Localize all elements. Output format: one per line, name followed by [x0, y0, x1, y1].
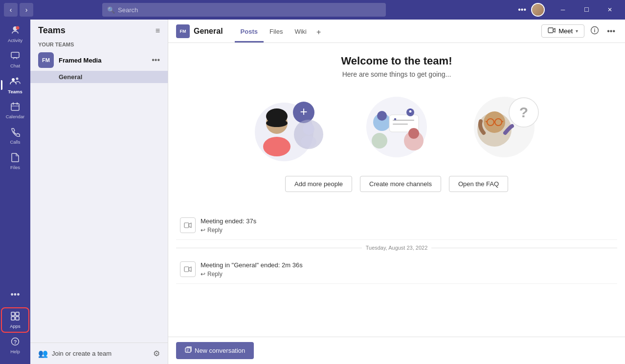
- welcome-section: Welcome to the team! Here are some thing…: [168, 43, 625, 212]
- channel-team-avatar: FM: [176, 24, 190, 38]
- sidebar-item-teams-label: Teams: [8, 89, 22, 94]
- add-more-people-button[interactable]: Add more people: [285, 176, 352, 192]
- sidebar-item-files[interactable]: Files: [1, 149, 29, 174]
- illus-faq: ?: [460, 88, 548, 166]
- create-more-channels-button[interactable]: Create more channels: [360, 176, 441, 192]
- teams-settings-button[interactable]: ⚙: [153, 349, 160, 358]
- svg-text:?: ?: [14, 339, 17, 345]
- svg-point-3: [16, 78, 19, 80]
- svg-text:i: i: [594, 28, 596, 33]
- tab-posts[interactable]: Posts: [235, 21, 264, 43]
- faq-illustration: ?: [460, 88, 548, 166]
- help-icon: ?: [10, 337, 20, 348]
- new-conversation-button[interactable]: New conversation: [176, 342, 254, 359]
- message-item: Meeting ended: 37s ↩ Reply: [176, 212, 617, 240]
- sidebar-item-calendar[interactable]: Calendar: [1, 98, 29, 123]
- meet-button[interactable]: Meet ▾: [541, 24, 584, 38]
- sidebar: Activity Chat Teams: [0, 20, 30, 364]
- teams-panel: Teams ≡ Your teams FM Framed Media ••• G…: [30, 20, 168, 364]
- sidebar-item-help[interactable]: ? Help: [1, 333, 29, 358]
- sidebar-item-files-label: Files: [10, 165, 20, 170]
- svg-point-2: [12, 78, 15, 81]
- sidebar-bottom: ••• Apps ?: [1, 282, 29, 362]
- sidebar-item-chat-label: Chat: [10, 63, 20, 68]
- channel-name-general: General: [59, 73, 82, 81]
- sidebar-item-activity[interactable]: Activity: [1, 21, 29, 47]
- team-avatar-fm: FM: [38, 52, 54, 68]
- svg-rect-14: [548, 28, 553, 33]
- date-label: Tuesday, August 23, 2022: [366, 245, 428, 251]
- reply-link[interactable]: ↩ Reply: [201, 227, 613, 234]
- message-content-2: Meeting in "General" ended: 2m 36s ↩ Rep…: [201, 261, 613, 278]
- date-divider: Tuesday, August 23, 2022: [176, 240, 617, 256]
- svg-rect-33: [394, 118, 396, 120]
- titlebar: ‹ › 🔍 ••• ─ ☐ ✕: [0, 0, 625, 20]
- svg-rect-4: [11, 104, 19, 110]
- reply-label-2: Reply: [207, 271, 223, 278]
- sidebar-item-calendar-label: Calendar: [6, 114, 25, 119]
- sidebar-item-chat[interactable]: Chat: [1, 47, 29, 72]
- message-text: Meeting ended: 37s: [201, 217, 613, 225]
- svg-rect-8: [11, 312, 15, 316]
- messages-area: Meeting ended: 37s ↩ Reply Tuesday, Augu…: [168, 212, 625, 337]
- channel-item-general[interactable]: General: [30, 71, 168, 83]
- calls-icon: [10, 127, 20, 138]
- channel-tabs: Posts Files Wiki +: [235, 21, 325, 42]
- teams-filter-button[interactable]: ≡: [156, 26, 160, 35]
- sidebar-item-teams[interactable]: Teams: [1, 72, 29, 98]
- nav-buttons: ‹ ›: [4, 3, 33, 17]
- join-team-icon: 👥: [38, 349, 48, 358]
- sidebar-item-more[interactable]: •••: [1, 282, 29, 307]
- join-create-team-button[interactable]: 👥 Join or create a team: [38, 349, 112, 358]
- svg-rect-11: [16, 317, 19, 320]
- reply-link-2[interactable]: ↩ Reply: [201, 271, 613, 278]
- team-item-framed-media[interactable]: FM Framed Media •••: [30, 49, 168, 71]
- more-options-button[interactable]: •••: [516, 3, 528, 16]
- welcome-illustrations: +: [188, 88, 605, 166]
- message-video-icon: [180, 217, 196, 233]
- teams-panel-footer: 👥 Join or create a team ⚙: [30, 343, 168, 364]
- sidebar-item-apps-label: Apps: [10, 323, 21, 329]
- svg-point-19: [263, 137, 290, 156]
- maximize-button[interactable]: ☐: [575, 0, 598, 20]
- add-tab-button[interactable]: +: [312, 21, 325, 43]
- close-button[interactable]: ✕: [599, 0, 621, 20]
- message-content: Meeting ended: 37s ↩ Reply: [201, 217, 613, 234]
- minimize-button[interactable]: ─: [552, 0, 574, 20]
- sidebar-item-apps[interactable]: Apps: [1, 307, 29, 333]
- avatar[interactable]: [531, 3, 545, 17]
- channel-info-button[interactable]: i: [588, 24, 601, 39]
- meet-dropdown-icon[interactable]: ▾: [576, 28, 578, 34]
- titlebar-right: ••• ─ ☐ ✕: [516, 0, 621, 20]
- open-faq-button[interactable]: Open the FAQ: [449, 176, 508, 192]
- meet-icon: [548, 27, 556, 35]
- new-conversation-icon: [185, 346, 192, 355]
- channel-more-button[interactable]: •••: [605, 25, 617, 38]
- svg-point-21: [266, 119, 288, 127]
- channels-illustration: [353, 88, 441, 166]
- activity-icon: [10, 25, 20, 37]
- chat-icon: [10, 51, 20, 62]
- svg-point-37: [408, 128, 419, 139]
- teams-panel-header: Teams ≡: [30, 20, 168, 40]
- forward-button[interactable]: ›: [20, 3, 33, 17]
- sidebar-item-calls-label: Calls: [10, 139, 20, 145]
- more-icon: •••: [11, 290, 20, 300]
- svg-point-25: [303, 123, 314, 135]
- search-input[interactable]: [118, 6, 381, 14]
- sidebar-item-activity-label: Activity: [8, 38, 22, 43]
- welcome-subtitle: Here are some things to get going...: [188, 70, 605, 78]
- message-text-2: Meeting in "General" ended: 2m 36s: [201, 261, 613, 269]
- search-bar[interactable]: 🔍: [102, 3, 386, 17]
- back-button[interactable]: ‹: [4, 3, 18, 17]
- sidebar-item-calls[interactable]: Calls: [1, 123, 29, 149]
- team-more-button[interactable]: •••: [152, 56, 160, 64]
- tab-files[interactable]: Files: [264, 21, 289, 43]
- tab-wiki[interactable]: Wiki: [289, 21, 312, 43]
- svg-rect-1: [11, 52, 19, 58]
- channel-header: FM General Posts Files Wiki + Meet: [168, 20, 625, 43]
- window-controls: ─ ☐ ✕: [552, 0, 621, 20]
- svg-text:+: +: [300, 104, 307, 119]
- message-video-icon-2: [180, 261, 196, 277]
- svg-point-38: [372, 133, 387, 149]
